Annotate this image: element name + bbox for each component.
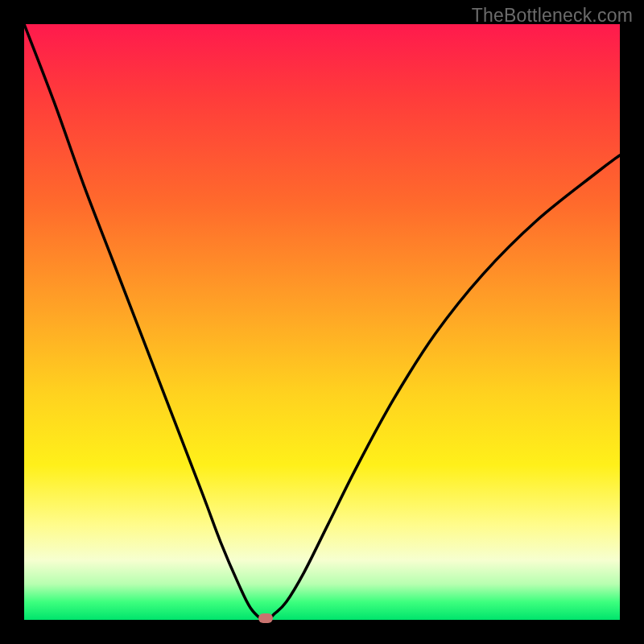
bottleneck-curve — [24, 24, 620, 620]
plot-area — [24, 24, 620, 620]
optimum-marker — [258, 613, 273, 623]
chart-frame: TheBottleneck.com — [0, 0, 644, 644]
watermark-text: TheBottleneck.com — [472, 5, 633, 27]
